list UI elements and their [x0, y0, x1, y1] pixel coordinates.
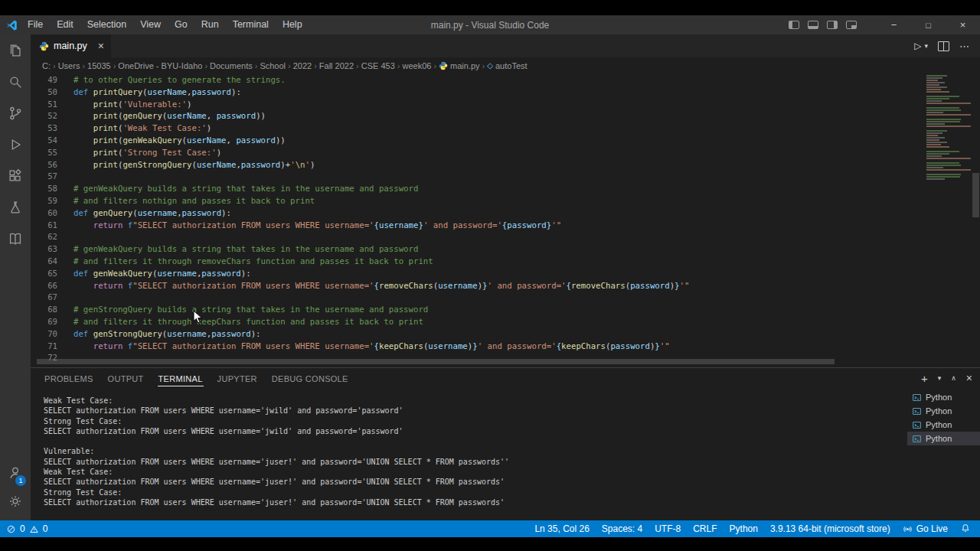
- more-actions-icon[interactable]: ⋯: [959, 41, 969, 52]
- code-editor[interactable]: 49# to other Queries to generate the str…: [31, 73, 980, 367]
- extensions-icon[interactable]: [0, 160, 31, 191]
- run-debug-icon[interactable]: [0, 129, 31, 160]
- customize-layout-icon[interactable]: [846, 21, 857, 29]
- code-text: return f"SELECT authorization FROM users…: [74, 220, 561, 232]
- statusbar-encoding[interactable]: UTF-8: [648, 520, 687, 537]
- title-bar: FileEditSelectionViewGoRunTerminalHelp m…: [0, 15, 980, 34]
- source-control-icon[interactable]: [0, 97, 31, 129]
- new-terminal-icon[interactable]: +: [921, 373, 928, 384]
- statusbar-eol[interactable]: CRLF: [687, 520, 723, 537]
- code-line[interactable]: 62: [31, 231, 689, 243]
- terminal-output[interactable]: Weak Test Case:SELECT authorization FROM…: [31, 388, 907, 520]
- terminal-icon: [912, 406, 922, 416]
- line-number: 70: [31, 328, 57, 341]
- search-icon[interactable]: [0, 66, 31, 97]
- menu-edit[interactable]: Edit: [50, 15, 80, 34]
- code-line[interactable]: 61 return f"SELECT authorization FROM us…: [31, 220, 689, 232]
- code-line[interactable]: 66 return f"SELECT authorization FROM us…: [31, 280, 689, 292]
- vertical-scrollbar[interactable]: [972, 173, 979, 217]
- panel-tab-debug-console[interactable]: DEBUG CONSOLE: [271, 370, 349, 386]
- toggle-panel-icon[interactable]: [808, 21, 818, 29]
- run-dropdown-icon[interactable]: ▾: [924, 42, 928, 50]
- panel-tab-problems[interactable]: PROBLEMS: [44, 370, 94, 386]
- code-line[interactable]: 53 print('Weak Test Case:'): [31, 122, 689, 135]
- split-editor-icon[interactable]: [938, 41, 949, 51]
- breadcrumb-item[interactable]: Fall 2022: [319, 61, 354, 70]
- terminal-instance[interactable]: Python: [907, 418, 980, 432]
- code-line[interactable]: 71 return f"SELECT authorization FROM us…: [31, 341, 689, 353]
- breadcrumb-item[interactable]: CSE 453: [361, 61, 395, 70]
- code-line[interactable]: 68# genStrongQuery builds a string that …: [31, 304, 689, 316]
- menu-view[interactable]: View: [133, 15, 168, 34]
- code-line[interactable]: 60def genQuery(username,password):: [31, 207, 689, 220]
- menu-selection[interactable]: Selection: [80, 15, 133, 34]
- breadcrumb-item[interactable]: week06: [402, 61, 431, 70]
- breadcrumb-item[interactable]: OneDrive - BYU-Idaho: [118, 61, 202, 70]
- breadcrumb-item[interactable]: 15035: [87, 61, 111, 70]
- code-line[interactable]: 59# and filters nothign and passes it ba…: [31, 195, 689, 207]
- notifications-button[interactable]: [954, 520, 980, 537]
- menu-terminal[interactable]: Terminal: [226, 15, 276, 34]
- editor-tab-bar: main.py × ▷ ▾ ⋯: [31, 34, 980, 57]
- code-line[interactable]: 56 print(genStrongQuery(userName,passwor…: [31, 159, 689, 171]
- warning-icon: [29, 524, 39, 534]
- breadcrumb-item[interactable]: main.py: [439, 61, 480, 70]
- statusbar-cursor-position[interactable]: Ln 35, Col 26: [528, 520, 595, 537]
- code-line[interactable]: 69# and filters it through keepChars fun…: [31, 316, 689, 328]
- panel-tab-terminal[interactable]: TERMINAL: [158, 370, 204, 386]
- toggle-secondary-sidebar-icon[interactable]: [827, 21, 838, 29]
- close-panel-icon[interactable]: ×: [966, 373, 972, 383]
- maximize-button[interactable]: □: [911, 15, 946, 34]
- menu-go[interactable]: Go: [168, 15, 194, 34]
- statusbar-indentation[interactable]: Spaces: 4: [596, 520, 648, 537]
- code-line[interactable]: 49# to other Queries to generate the str…: [31, 74, 689, 86]
- code-line[interactable]: 57: [31, 171, 689, 183]
- toggle-sidebar-icon[interactable]: [789, 21, 799, 29]
- account-button[interactable]: 1: [0, 459, 31, 488]
- statusbar-go-live[interactable]: Go Live: [897, 520, 954, 537]
- code-line[interactable]: 64# and filters it through removeChars f…: [31, 256, 689, 268]
- problems-summary[interactable]: 0 0: [0, 520, 54, 537]
- code-line[interactable]: 54 print(genWeakQuery(userName, password…: [31, 135, 689, 147]
- menu-help[interactable]: Help: [276, 15, 309, 34]
- breadcrumb-item[interactable]: ◇autoTest: [487, 61, 527, 70]
- terminal-instance[interactable]: Python: [907, 390, 980, 404]
- account-badge: 1: [14, 474, 28, 487]
- code-line[interactable]: 51 print('Vulnerable:'): [31, 99, 689, 111]
- code-line[interactable]: 70def genStrongQuery(username,password):: [31, 328, 689, 341]
- run-python-file-button[interactable]: ▷: [914, 41, 921, 51]
- breadcrumb-item[interactable]: School: [260, 61, 286, 70]
- beaker-icon[interactable]: [0, 191, 31, 223]
- menu-run[interactable]: Run: [194, 15, 226, 34]
- code-line[interactable]: 63# genWeakQuery builds a string that ta…: [31, 243, 689, 256]
- minimap[interactable]: [926, 75, 971, 181]
- terminal-profile-dropdown-icon[interactable]: ▾: [938, 375, 942, 382]
- close-tab-icon[interactable]: ×: [98, 41, 104, 51]
- files-icon[interactable]: [0, 34, 31, 66]
- panel-tab-output[interactable]: OUTPUT: [107, 370, 145, 386]
- terminal-instance[interactable]: Python: [907, 404, 980, 418]
- menu-file[interactable]: File: [21, 15, 50, 34]
- book-icon[interactable]: [0, 223, 31, 254]
- code-line[interactable]: 58# genWeakQuery builds a string that ta…: [31, 183, 689, 195]
- code-line[interactable]: 65def genWeakQuery(username,password):: [31, 268, 689, 280]
- code-line[interactable]: 67: [31, 292, 689, 304]
- maximize-panel-icon[interactable]: ∧: [951, 375, 956, 382]
- code-line[interactable]: 50def printQuery(userName,password):: [31, 86, 689, 99]
- statusbar-language-mode[interactable]: Python: [724, 520, 764, 537]
- code-line[interactable]: 52 print(genQuery(userName, password)): [31, 110, 689, 122]
- horizontal-scrollbar[interactable]: [37, 359, 835, 364]
- terminal-line: SELECT authorization FROM users WHERE us…: [44, 406, 907, 416]
- settings-button[interactable]: [0, 488, 31, 517]
- minimize-button[interactable]: −: [877, 15, 911, 34]
- tab-main-py[interactable]: main.py ×: [31, 34, 112, 57]
- panel-tab-jupyter[interactable]: JUPYTER: [217, 370, 258, 386]
- code-line[interactable]: 55 print('Strong Test Case:'): [31, 147, 689, 159]
- breadcrumb-item[interactable]: Users: [58, 61, 80, 70]
- breadcrumb-item[interactable]: C:: [42, 61, 51, 70]
- breadcrumb-item[interactable]: 2022: [293, 61, 312, 70]
- terminal-instance[interactable]: Python: [907, 432, 980, 445]
- statusbar-python-interpreter[interactable]: 3.9.13 64-bit (microsoft store): [764, 520, 897, 537]
- breadcrumb-item[interactable]: Documents: [210, 61, 253, 70]
- close-window-button[interactable]: ×: [946, 15, 980, 34]
